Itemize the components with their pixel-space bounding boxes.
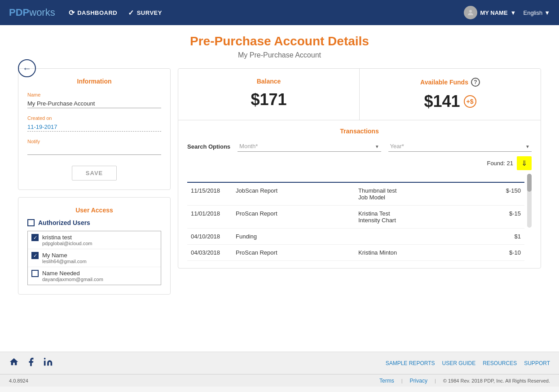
header: PDPworks ⟳ DASHBOARD ✓ SURVEY MY NAME ▼ … [0,0,559,25]
nav-dashboard[interactable]: ⟳ DASHBOARD [69,9,118,17]
version-label: 4.0.8924 [9,378,28,383]
tx-amount-3: $-10 [469,245,524,261]
footer-links: SAMPLE REPORTS USER GUIDE RESOURCES SUPP… [386,360,550,366]
home-icon[interactable] [9,357,19,369]
nav-survey[interactable]: ✓ SURVEY [128,9,162,17]
svg-point-1 [44,358,46,360]
authorized-users-label: Authorized Users [38,219,90,226]
authorized-users-header: Authorized Users [27,219,161,226]
table-container: 11/15/2018 JobScan Report Thumbnail test… [187,173,524,261]
footer-icons [9,357,53,369]
available-amount: $141 [424,92,460,111]
list-item: Name Needed dayandjaxmom@gmail.com [28,267,161,285]
survey-icon: ✓ [128,9,134,17]
right-panel: Balance $171 Available Funds ? $141 +$ T… [178,68,541,269]
information-card: Information Name Created on 11-19-2017 N… [18,68,171,190]
language-menu[interactable]: English ▼ [523,9,550,16]
support-link[interactable]: SUPPORT [524,360,550,366]
copyright-text: © 1984 Rev. 2018 PDP, Inc. All Rights Re… [443,378,550,383]
user-checkbox-2[interactable] [31,270,39,277]
created-date: 11-19-2017 [27,123,161,132]
main-layout: Information Name Created on 11-19-2017 N… [18,68,541,295]
svg-point-0 [469,10,472,13]
help-icon[interactable]: ? [471,78,480,87]
page-title: Pre-Purchase Account Details [18,34,541,48]
user-email-2: dayandjaxmom@gmail.com [42,277,103,282]
tx-name-0: Thumbnail testJob Model [355,182,469,206]
year-dropdown-wrap: Year* ▼ [388,141,532,152]
user-guide-link[interactable]: USER GUIDE [442,360,476,366]
lang-dropdown-arrow: ▼ [544,9,550,16]
list-item: ✓ My Name leslih64@gmail.com [28,249,161,267]
available-funds-card: Available Funds ? $141 +$ [360,69,541,120]
month-dropdown-wrap: Month* ▼ [238,141,381,152]
authorized-users-checkbox[interactable] [27,219,35,226]
user-email-1: leslih64@gmail.com [42,259,87,264]
month-dropdown[interactable]: Month* [238,141,381,152]
facebook-icon[interactable] [26,357,36,369]
tx-name-2 [355,229,469,245]
terms-link[interactable]: Terms [379,378,394,384]
table-row: 04/03/2018 ProScan Report Kristina Minto… [187,245,524,261]
tx-type-1: ProScan Report [232,206,355,229]
user-avatar [464,6,477,19]
download-button[interactable]: ⇓ [517,156,532,170]
tx-date-0: 11/15/2018 [187,182,232,206]
search-options-label: Search Options [187,143,230,150]
scroll-track [527,174,532,228]
scroll-thumb [527,174,532,192]
privacy-link[interactable]: Privacy [410,378,427,384]
transactions-wrapper: 11/15/2018 JobScan Report Thumbnail test… [187,173,532,261]
notify-label: Notify [27,139,161,144]
found-count: Found: 21 [487,160,513,167]
add-funds-button[interactable]: +$ [464,95,476,108]
header-right: MY NAME ▼ English ▼ [464,6,550,19]
table-row: 04/10/2018 Funding $1 [187,229,524,245]
tx-amount-0: $-150 [469,182,524,206]
search-options-row: Search Options Month* ▼ Year* ▼ [187,141,532,152]
footer-bar: SAMPLE REPORTS USER GUIDE RESOURCES SUPP… [0,352,559,374]
scrollbar[interactable] [526,173,532,261]
tx-name-1: Kristina TestIntensity Chart [355,206,469,229]
available-funds-row: $141 +$ [369,92,532,111]
resources-link[interactable]: RESOURCES [483,360,517,366]
page-subtitle: My Pre-Purchase Account [18,51,541,59]
user-email-0: pdpglobal@icloud.com [42,241,92,246]
user-checkbox-1[interactable]: ✓ [31,252,39,259]
user-checkbox-0[interactable]: ✓ [31,234,39,241]
name-label: Name [27,92,161,97]
sample-reports-link[interactable]: SAMPLE REPORTS [386,360,435,366]
user-menu[interactable]: MY NAME ▼ [464,6,516,19]
logo-text: PDPworks [9,7,55,18]
tx-name-3: Kristina Minton [355,245,469,261]
tx-date-1: 11/01/2018 [187,206,232,229]
year-dropdown[interactable]: Year* [388,141,532,152]
transactions-section: Transactions Search Options Month* ▼ Yea… [178,120,541,268]
user-access-card: User Access Authorized Users ✓ kristina … [18,197,171,295]
tx-date-3: 04/03/2018 [187,245,232,261]
transactions-title: Transactions [187,128,532,135]
footer-bottom-right: Terms | Privacy | © 1984 Rev. 2018 PDP, … [379,378,550,384]
save-button[interactable]: SAVE [72,166,117,181]
account-name-input[interactable] [27,99,161,108]
user-name-2: Name Needed [42,270,103,277]
user-access-title: User Access [27,207,161,214]
user-name-1: My Name [42,252,87,259]
balance-row: Balance $171 Available Funds ? $141 +$ [178,69,541,120]
linkedin-icon[interactable] [43,357,53,369]
table-row: 11/15/2018 JobScan Report Thumbnail test… [187,182,524,206]
user-name-0: kristina test [42,234,92,241]
tx-date-2: 04/10/2018 [187,229,232,245]
user-name-label: MY NAME [480,9,507,16]
tx-amount-2: $1 [469,229,524,245]
notify-input[interactable] [27,146,161,155]
users-list: ✓ kristina test pdpglobal@icloud.com ✓ M… [27,231,161,285]
tx-type-3: ProScan Report [232,245,355,261]
language-label: English [523,9,542,16]
balance-title: Balance [187,78,350,85]
info-card-title: Information [27,78,161,85]
left-panel: Information Name Created on 11-19-2017 N… [18,68,171,295]
available-funds-title: Available Funds ? [369,78,532,87]
back-button[interactable]: ← [18,59,36,77]
created-label: Created on [27,115,161,121]
